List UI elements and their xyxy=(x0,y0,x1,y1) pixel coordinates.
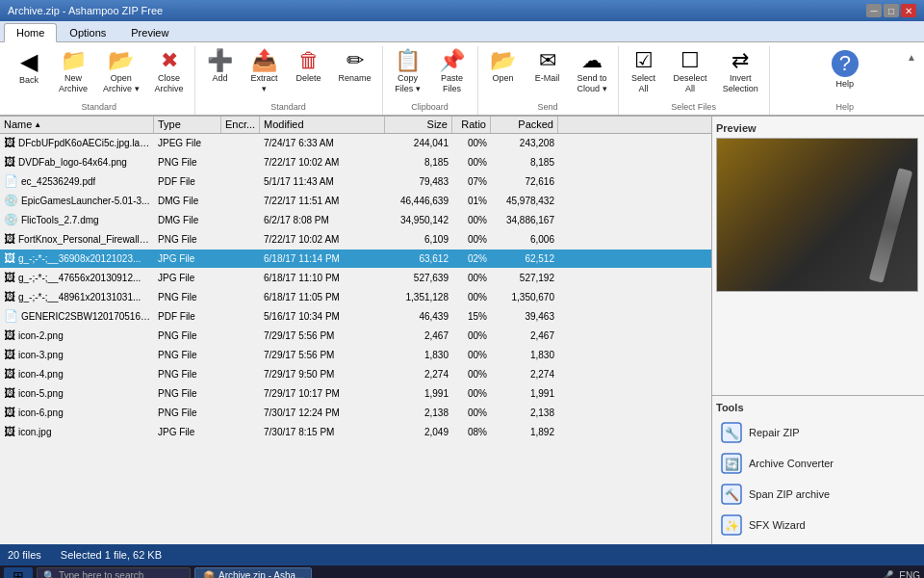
table-row[interactable]: 🖼icon-6.pngPNG File7/30/17 12:24 PM2,138… xyxy=(0,404,711,423)
file-modified-cell: 6/18/17 11:14 PM xyxy=(260,252,385,265)
file-size-cell: 1,991 xyxy=(385,387,452,400)
file-name-cell: 🖼icon-2.png xyxy=(0,328,154,343)
deselect-all-button[interactable]: ☐ DeselectAll xyxy=(667,46,714,98)
open-archive-icon: 📂 xyxy=(108,50,134,71)
ribbon-collapse-button[interactable]: ▲ xyxy=(905,48,918,63)
maximize-button[interactable]: □ xyxy=(884,4,899,17)
file-name-cell: 🖼g_-;-*-;__48961x20131031... xyxy=(0,289,154,304)
tab-home[interactable]: Home xyxy=(4,23,57,42)
delete-button[interactable]: 🗑 Delete xyxy=(288,46,330,88)
col-header-packed[interactable]: Packed xyxy=(491,117,558,133)
taskbar-app-item[interactable]: 📦 Archive.zip - Asha... xyxy=(194,567,312,578)
file-name: icon-3.png xyxy=(18,350,64,360)
table-row[interactable]: 🖼FortKnox_Personal_Firewall-6...PNG File… xyxy=(0,230,711,250)
table-row[interactable]: 📄ec_42536249.pdfPDF File5/1/17 11:43 AM7… xyxy=(0,172,711,192)
file-name: ec_42536249.pdf xyxy=(21,176,95,187)
table-row[interactable]: 📄GENERIC2SBW120170516O...PDF File5/16/17… xyxy=(0,307,711,327)
file-icon: 📄 xyxy=(4,309,18,323)
selection-status: Selected 1 file, 62 KB xyxy=(61,549,162,561)
sfx-wizard-icon: ✨ xyxy=(720,513,743,537)
col-header-size[interactable]: Size xyxy=(385,117,452,133)
extract-button[interactable]: 📤 Extract▾ xyxy=(244,46,286,98)
table-row[interactable]: 🖼DVDFab_logo-64x64.pngPNG File7/22/17 10… xyxy=(0,153,711,172)
file-size-cell: 244,041 xyxy=(385,137,452,149)
language-label: ENG xyxy=(899,570,920,578)
archive-converter-label: Archive Converter xyxy=(749,458,834,469)
tool-archive-converter[interactable]: 🔄 Archive Converter xyxy=(716,448,920,479)
rename-button[interactable]: ✏ Rename xyxy=(332,46,378,88)
taskbar-right: 🎤 ENG xyxy=(882,570,920,578)
table-row[interactable]: 🖼icon-4.pngPNG File7/29/17 9:50 PM2,2740… xyxy=(0,365,711,384)
table-row[interactable]: 🖼icon-3.pngPNG File7/29/17 5:56 PM1,8300… xyxy=(0,346,711,365)
copy-files-button[interactable]: 📋 CopyFiles ▾ xyxy=(387,46,429,98)
new-archive-button[interactable]: 📁 NewArchive xyxy=(52,46,94,98)
svg-text:🔨: 🔨 xyxy=(725,487,739,502)
table-row[interactable]: 💿EpicGamesLauncher-5.01-3...DMG File7/22… xyxy=(0,192,711,211)
file-type-cell: PNG File xyxy=(154,233,221,246)
file-ratio-cell: 02% xyxy=(452,252,491,265)
file-icon: 🖼 xyxy=(4,386,15,400)
table-row[interactable]: 🖼g_-;-*-;__47656x20130912...JPG File6/18… xyxy=(0,269,711,288)
paste-files-button[interactable]: 📌 PasteFiles xyxy=(431,46,474,98)
send-to-cloud-button[interactable]: ☁ Send toCloud ▾ xyxy=(571,46,614,98)
minimize-button[interactable]: ─ xyxy=(866,4,882,17)
archive-converter-icon: 🔄 xyxy=(720,452,743,475)
start-button[interactable]: ⊞ xyxy=(4,567,33,578)
close-archive-button[interactable]: ✖ CloseArchive xyxy=(148,46,191,98)
copy-files-icon: 📋 xyxy=(395,50,421,71)
file-type-cell: JPG File xyxy=(154,272,221,284)
file-packed-cell: 39,463 xyxy=(491,310,558,323)
tool-sfx-wizard[interactable]: ✨ SFX Wizard xyxy=(716,510,920,540)
ribbon-group-standard2: ➕ Add 📤 Extract▾ 🗑 Delete ✏ Rename Stand… xyxy=(195,46,383,115)
file-type-cell: JPG File xyxy=(154,426,221,438)
open-button[interactable]: 📂 Open xyxy=(482,46,525,88)
group-label-standard1: Standard xyxy=(8,100,191,115)
col-header-type[interactable]: Type xyxy=(154,117,221,133)
open-archive-button[interactable]: 📂 OpenArchive ▾ xyxy=(96,46,146,98)
tab-options[interactable]: Options xyxy=(57,22,118,41)
repair-zip-label: Repair ZIP xyxy=(749,427,800,438)
table-row[interactable]: 🖼icon-5.pngPNG File7/29/17 10:17 PM1,991… xyxy=(0,384,711,404)
file-name-cell: 📄GENERIC2SBW120170516O... xyxy=(0,308,154,324)
add-button[interactable]: ➕ Add xyxy=(199,46,242,88)
file-size-cell: 46,446,639 xyxy=(385,195,452,207)
file-list-scroll[interactable]: 🖼DFcbUFpdK6oAECi5c.jpg.lage...JPEG File7… xyxy=(0,134,711,544)
file-encr-cell xyxy=(221,334,260,336)
taskbar-search[interactable]: 🔍 Type here to search xyxy=(37,567,191,578)
file-packed-cell: 1,991 xyxy=(491,387,558,400)
select-all-button[interactable]: ☑ SelectAll xyxy=(623,46,665,98)
file-icon: 🖼 xyxy=(4,271,15,284)
invert-selection-button[interactable]: ⇄ InvertSelection xyxy=(716,46,765,98)
file-name: DVDFab_logo-64x64.png xyxy=(18,157,127,168)
file-size-cell: 6,109 xyxy=(385,233,452,246)
file-icon: 📄 xyxy=(4,174,18,188)
file-name: EpicGamesLauncher-5.01-3... xyxy=(21,196,149,206)
table-row[interactable]: 🖼icon-2.pngPNG File7/29/17 5:56 PM2,4670… xyxy=(0,327,711,346)
file-name-cell: 🖼DVDFab_logo-64x64.png xyxy=(0,154,154,170)
close-button[interactable]: ✕ xyxy=(901,4,916,17)
col-header-encr[interactable]: Encr... xyxy=(221,117,260,133)
tab-preview[interactable]: Preview xyxy=(118,22,181,41)
back-button[interactable]: ◀ Back xyxy=(8,46,50,90)
email-button[interactable]: ✉ E-Mail xyxy=(526,46,569,88)
sfx-wizard-label: SFX Wizard xyxy=(749,519,806,531)
file-ratio-cell: 00% xyxy=(452,349,491,361)
file-modified-cell: 6/18/17 11:05 PM xyxy=(260,291,385,303)
col-header-ratio[interactable]: Ratio xyxy=(452,117,491,133)
table-row[interactable]: 🖼DFcbUFpdK6oAECi5c.jpg.lage...JPEG File7… xyxy=(0,134,711,153)
help-button[interactable]: ? Help xyxy=(824,46,866,93)
table-row[interactable]: 🖼g_-;-*-;__36908x20121023...JPG File6/18… xyxy=(0,250,711,269)
table-row[interactable]: 💿FlicTools_2.7.dmgDMG File6/2/17 8:08 PM… xyxy=(0,211,711,230)
table-row[interactable]: 🖼icon.jpgJPG File7/30/17 8:15 PM2,04908%… xyxy=(0,423,711,442)
preview-section: Preview xyxy=(712,117,924,395)
tool-span-zip-archive[interactable]: 🔨 Span ZIP archive xyxy=(716,479,920,510)
col-header-modified[interactable]: Modified xyxy=(260,117,385,133)
col-header-name[interactable]: Name ▲ xyxy=(0,117,154,133)
tool-repair-zip[interactable]: 🔧 Repair ZIP xyxy=(716,417,920,448)
help-icon: ? xyxy=(832,50,859,77)
send-to-cloud-icon: ☁ xyxy=(581,50,603,71)
file-encr-cell xyxy=(221,315,260,317)
table-row[interactable]: 🖼g_-;-*-;__48961x20131031...PNG File6/18… xyxy=(0,288,711,307)
file-ratio-cell: 00% xyxy=(452,291,491,303)
ribbon-group-select: ☑ SelectAll ☐ DeselectAll ⇄ InvertSelect… xyxy=(619,46,770,115)
